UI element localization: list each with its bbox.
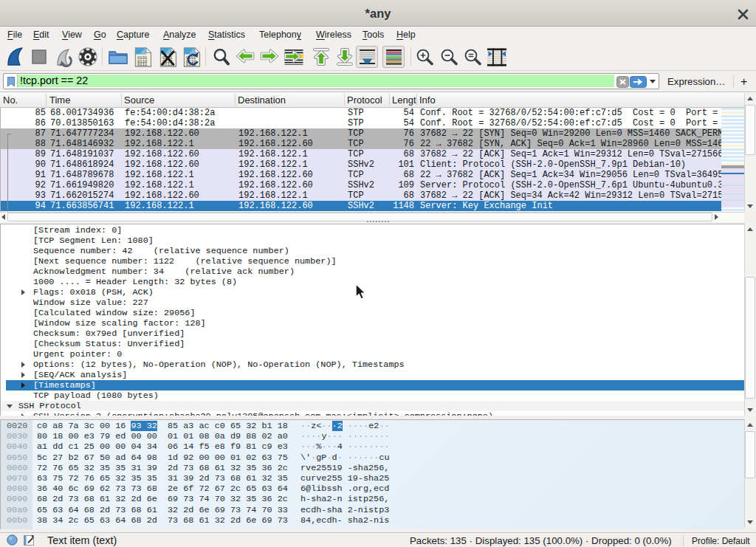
svg-text:0111: 0111 xyxy=(137,62,148,67)
